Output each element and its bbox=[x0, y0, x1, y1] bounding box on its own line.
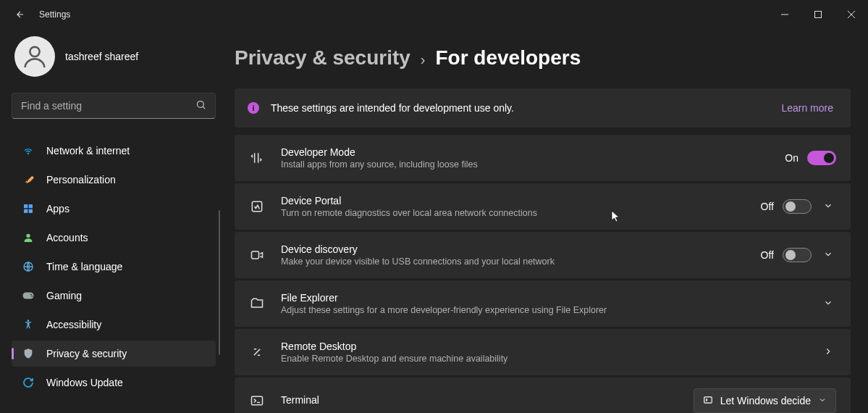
toggle-switch[interactable] bbox=[783, 248, 812, 262]
breadcrumb-parent[interactable]: Privacy & security bbox=[235, 46, 410, 70]
breadcrumb: Privacy & security › For developers bbox=[235, 46, 851, 70]
info-text: These settings are intended for developm… bbox=[271, 102, 514, 114]
setting-remote-desktop[interactable]: Remote Desktop Enable Remote Desktop and… bbox=[235, 329, 851, 375]
svg-rect-1 bbox=[815, 12, 822, 18]
back-button[interactable] bbox=[13, 7, 28, 22]
learn-more-link[interactable]: Learn more bbox=[781, 102, 833, 114]
terminal-icon bbox=[703, 395, 713, 407]
title-bar: Settings bbox=[0, 0, 868, 29]
setting-device-portal[interactable]: Device Portal Turn on remote diagnostics… bbox=[235, 183, 851, 230]
sidebar-item-windows-update[interactable]: Windows Update bbox=[12, 370, 216, 396]
svg-point-16 bbox=[28, 320, 30, 322]
chevron-down-icon[interactable] bbox=[820, 198, 836, 216]
svg-point-11 bbox=[26, 234, 30, 238]
toggle-switch[interactable] bbox=[783, 199, 812, 214]
close-button[interactable] bbox=[835, 3, 868, 26]
sidebar-item-accessibility[interactable]: Accessibility bbox=[12, 312, 216, 338]
globe-icon bbox=[22, 260, 35, 273]
svg-point-5 bbox=[198, 101, 204, 108]
svg-rect-10 bbox=[29, 209, 33, 213]
sidebar-item-label: Personalization bbox=[46, 174, 116, 185]
card-icon bbox=[249, 150, 265, 166]
sidebar-item-accounts[interactable]: Accounts bbox=[12, 225, 216, 251]
card-subtitle: Adjust these settings for a more develop… bbox=[281, 305, 820, 315]
wifi-icon bbox=[22, 144, 35, 157]
info-icon: i bbox=[248, 102, 259, 114]
sidebar-item-gaming[interactable]: Gaming bbox=[12, 283, 216, 309]
card-icon bbox=[249, 199, 265, 214]
card-title: Device Portal bbox=[281, 195, 761, 206]
card-subtitle: Turn on remote diagnostics over local ar… bbox=[281, 208, 761, 218]
svg-point-15 bbox=[31, 296, 33, 297]
card-title: Device discovery bbox=[281, 243, 761, 255]
sidebar-item-label: Accessibility bbox=[46, 319, 101, 330]
svg-point-4 bbox=[30, 47, 39, 57]
svg-point-14 bbox=[30, 294, 32, 296]
nav-list: Network & internetPersonalizationAppsAcc… bbox=[12, 138, 219, 396]
toggle-switch[interactable] bbox=[807, 151, 836, 165]
svg-rect-7 bbox=[24, 204, 28, 208]
sidebar-item-network-internet[interactable]: Network & internet bbox=[12, 138, 216, 164]
brush-icon bbox=[22, 173, 35, 186]
search-input[interactable] bbox=[21, 100, 195, 112]
svg-rect-18 bbox=[252, 251, 259, 259]
setting-terminal[interactable]: Terminal Let Windows decide bbox=[235, 377, 851, 413]
apps-icon bbox=[22, 202, 35, 215]
toggle-state-label: Off bbox=[761, 201, 774, 212]
sidebar-item-label: Apps bbox=[46, 203, 69, 214]
window-controls bbox=[768, 3, 868, 26]
search-box[interactable] bbox=[12, 93, 216, 119]
svg-rect-8 bbox=[29, 204, 33, 208]
svg-line-6 bbox=[203, 107, 205, 109]
card-subtitle: Install apps from any source, including … bbox=[281, 159, 785, 170]
settings-list: Developer Mode Install apps from any sou… bbox=[235, 135, 851, 413]
chevron-down-icon[interactable] bbox=[820, 246, 836, 264]
sidebar-item-apps[interactable]: Apps bbox=[12, 196, 216, 222]
sidebar: tashreef shareef Network & internetPerso… bbox=[0, 29, 224, 413]
sidebar-item-label: Windows Update bbox=[46, 377, 123, 388]
sidebar-scrollbar[interactable] bbox=[219, 210, 220, 355]
card-icon bbox=[249, 344, 265, 360]
user-icon bbox=[22, 231, 35, 244]
sidebar-item-time-language[interactable]: Time & language bbox=[12, 254, 216, 280]
card-icon bbox=[249, 393, 265, 409]
setting-device-discovery[interactable]: Device discovery Make your device visibl… bbox=[235, 232, 851, 278]
card-icon bbox=[249, 296, 265, 312]
card-icon bbox=[249, 247, 265, 263]
maximize-button[interactable] bbox=[801, 3, 835, 26]
dropdown-value: Let Windows decide bbox=[720, 395, 811, 406]
username: tashreef shareef bbox=[65, 51, 138, 62]
svg-rect-19 bbox=[252, 396, 263, 405]
page-title: For developers bbox=[435, 46, 581, 70]
card-subtitle: Enable Remote Desktop and ensure machine… bbox=[281, 354, 820, 364]
info-banner: i These settings are intended for develo… bbox=[235, 88, 851, 128]
update-icon bbox=[22, 376, 35, 389]
breadcrumb-separator: › bbox=[421, 51, 426, 68]
sidebar-item-privacy-security[interactable]: Privacy & security bbox=[12, 341, 216, 367]
sidebar-item-label: Gaming bbox=[46, 290, 82, 301]
sidebar-item-label: Network & internet bbox=[46, 145, 130, 157]
card-title: Terminal bbox=[281, 394, 694, 406]
chevron-down-icon bbox=[818, 395, 827, 406]
card-subtitle: Make your device visible to USB connecti… bbox=[281, 256, 761, 267]
avatar bbox=[14, 36, 55, 77]
main-panel: Privacy & security › For developers i Th… bbox=[224, 29, 868, 413]
accessibility-icon bbox=[22, 318, 35, 331]
chevron-down-icon[interactable] bbox=[820, 295, 836, 313]
user-profile[interactable]: tashreef shareef bbox=[12, 36, 219, 77]
gamepad-icon bbox=[22, 289, 35, 302]
setting-file-explorer[interactable]: File Explorer Adjust these settings for … bbox=[235, 280, 851, 327]
toggle-state-label: On bbox=[785, 152, 799, 164]
svg-rect-9 bbox=[24, 209, 28, 213]
setting-developer-mode[interactable]: Developer Mode Install apps from any sou… bbox=[235, 135, 851, 181]
sidebar-item-personalization[interactable]: Personalization bbox=[12, 167, 216, 193]
terminal-dropdown[interactable]: Let Windows decide bbox=[694, 388, 836, 413]
sidebar-item-label: Privacy & security bbox=[46, 348, 127, 359]
chevron-right-icon[interactable] bbox=[820, 343, 836, 362]
minimize-button[interactable] bbox=[768, 3, 801, 26]
search-icon bbox=[195, 99, 206, 112]
card-title: File Explorer bbox=[281, 292, 820, 304]
card-title: Developer Mode bbox=[281, 146, 785, 158]
card-title: Remote Desktop bbox=[281, 341, 820, 352]
svg-rect-20 bbox=[704, 396, 712, 402]
